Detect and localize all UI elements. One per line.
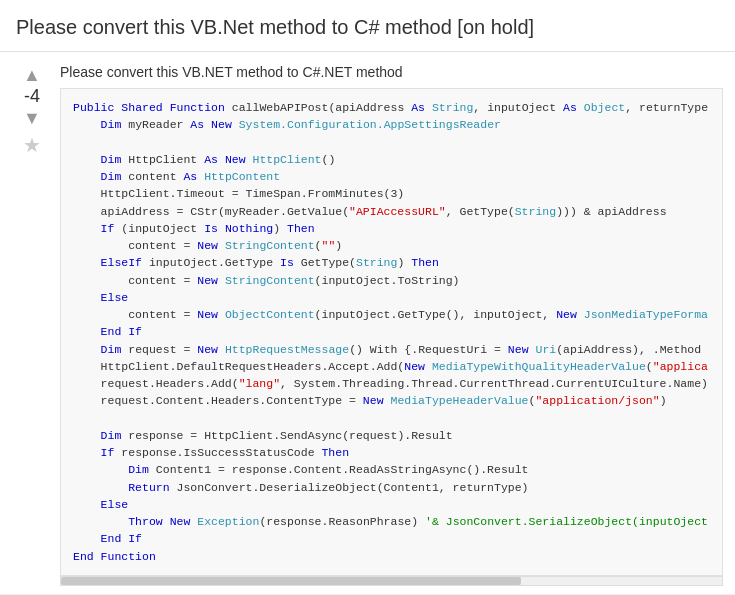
vote-up-button[interactable]: ▲ bbox=[23, 66, 41, 84]
question-subtitle: Please convert this VB.NET method to C#.… bbox=[60, 64, 723, 80]
code-block: Public Shared Function callWebAPIPost(ap… bbox=[60, 88, 723, 576]
question-container: ▲ -4 ▼ ★ Please convert this VB.NET meth… bbox=[0, 52, 735, 586]
favorite-star-button[interactable]: ★ bbox=[23, 133, 41, 157]
vote-count: -4 bbox=[24, 86, 40, 107]
scrollbar-thumb[interactable] bbox=[61, 577, 521, 585]
page-title: Please convert this VB.Net method to C# … bbox=[0, 0, 735, 52]
horizontal-scrollbar[interactable] bbox=[60, 576, 723, 586]
content-section: Please convert this VB.NET method to C#.… bbox=[52, 64, 723, 586]
vote-down-button[interactable]: ▼ bbox=[23, 109, 41, 127]
vote-section: ▲ -4 ▼ ★ bbox=[12, 64, 52, 586]
